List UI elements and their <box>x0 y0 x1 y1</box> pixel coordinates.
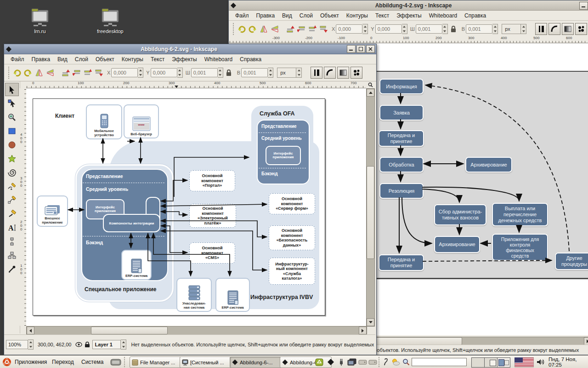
trash-applet-icon[interactable] <box>315 356 323 368</box>
y-spinner[interactable] <box>402 24 407 34</box>
task-abbildung-4[interactable]: Abbildung-4-... <box>280 356 332 368</box>
maximize-button[interactable] <box>356 45 365 53</box>
menu-path[interactable]: Контуры <box>343 12 372 20</box>
vertical-scrollbar[interactable] <box>366 88 375 327</box>
menu-layer[interactable]: Слой <box>296 12 317 20</box>
height-spinner[interactable] <box>268 68 273 78</box>
pattern-toggle-icon[interactable] <box>351 67 362 79</box>
pattern-toggle-icon[interactable] <box>575 23 587 35</box>
places-menu[interactable]: Переход <box>52 356 74 368</box>
connector-tool[interactable] <box>5 235 19 248</box>
workspace-3[interactable] <box>498 358 510 367</box>
menu-text[interactable]: Текст <box>147 55 168 63</box>
menu-edit[interactable]: Правка <box>253 12 279 20</box>
rotate-cw-icon[interactable] <box>23 68 33 78</box>
menu-object[interactable]: Объект <box>317 12 343 20</box>
titlebar[interactable]: Abbildung-4-2.svg - Inkscape <box>229 0 588 11</box>
menu-effects[interactable]: Эффекты <box>393 12 425 20</box>
x-spinner[interactable] <box>138 68 143 78</box>
diagram-tool[interactable] <box>5 248 19 262</box>
minimize-button[interactable] <box>579 2 588 10</box>
system-menu[interactable]: Система <box>81 356 103 368</box>
screenshot-tool-icon[interactable] <box>110 356 121 368</box>
lock-ratio-icon[interactable] <box>224 68 234 78</box>
flip-vertical-icon[interactable] <box>45 68 55 78</box>
search-input[interactable] <box>412 356 467 368</box>
menu-view[interactable]: Вид <box>54 55 71 63</box>
rotate-ccw-icon[interactable] <box>12 68 22 78</box>
units-combo[interactable]: px <box>277 68 302 78</box>
displays-tray-icon[interactable] <box>347 356 356 368</box>
scroll-left-button[interactable] <box>27 327 34 334</box>
stroke-toggle-icon[interactable] <box>311 67 322 79</box>
lower-to-bottom-icon[interactable] <box>318 24 328 34</box>
flip-horizontal-icon[interactable] <box>259 24 269 34</box>
bezier-tool[interactable] <box>5 193 19 207</box>
node-tool[interactable] <box>5 97 19 110</box>
titlebar[interactable]: Abbildung-6-2.svg - Inkscape <box>4 44 376 54</box>
rotate-ccw-icon[interactable] <box>237 24 247 34</box>
scroll-right-button[interactable] <box>359 327 367 334</box>
zoom-entry[interactable]: 100% <box>6 340 28 349</box>
drive-mount-icon[interactable] <box>358 356 367 368</box>
raise-to-top-icon[interactable] <box>61 68 71 78</box>
text-tool[interactable]: A <box>5 221 19 234</box>
canvas-front[interactable]: Клиент Мобильное устройство www Веб-брау… <box>26 88 366 326</box>
flip-horizontal-icon[interactable] <box>34 68 44 78</box>
menu-effects[interactable]: Эффекты <box>168 55 201 63</box>
desktop-icon-freedesktop[interactable]: freedesktop <box>85 6 136 34</box>
power-plug-icon[interactable] <box>338 356 345 368</box>
lower-icon[interactable] <box>72 68 82 78</box>
search-magnifier-icon[interactable] <box>402 356 410 368</box>
width-spinner[interactable] <box>218 68 223 78</box>
spiral-tool[interactable] <box>5 166 19 179</box>
gradient-toggle-icon[interactable] <box>337 67 349 79</box>
corners-toggle-icon[interactable] <box>324 67 336 79</box>
menu-whiteboard[interactable]: Whiteboard <box>201 55 236 63</box>
y-input[interactable]: 0,000 <box>375 24 402 34</box>
menu-file[interactable]: Файл <box>232 12 253 20</box>
zoom-corner-icon[interactable] <box>366 81 374 88</box>
close-button[interactable] <box>366 45 375 53</box>
corners-toggle-icon[interactable] <box>548 23 560 35</box>
keyboard-layout-us-flag[interactable] <box>514 356 534 368</box>
stroke-toggle-icon[interactable] <box>535 23 547 35</box>
rectangle-tool[interactable] <box>5 124 19 138</box>
menu-file[interactable]: Файл <box>7 55 28 63</box>
applications-menu[interactable]: Приложения <box>15 356 47 368</box>
volume-speaker-icon[interactable] <box>537 356 546 368</box>
star-tool[interactable] <box>5 152 19 165</box>
menu-object[interactable]: Объект <box>92 55 118 63</box>
menu-layer[interactable]: Слой <box>71 55 92 63</box>
toolbar-grip[interactable] <box>7 67 10 79</box>
scroll-right-button[interactable] <box>584 337 588 345</box>
layer-selector[interactable]: Layer 1 <box>92 340 121 349</box>
toolbar-grip[interactable] <box>232 23 235 35</box>
flip-vertical-icon[interactable] <box>270 24 280 34</box>
desktop-icon-lrn-ru[interactable]: lrn.ru <box>15 6 65 34</box>
zoom-tool[interactable] <box>5 110 19 124</box>
ellipse-tool[interactable] <box>5 138 19 151</box>
rotate-cw-icon[interactable] <box>248 24 258 34</box>
workspace-2[interactable] <box>485 358 498 367</box>
menu-path[interactable]: Контуры <box>118 55 147 63</box>
menu-view[interactable]: Вид <box>278 12 296 20</box>
menu-help[interactable]: Справка <box>236 55 265 63</box>
horizontal-scrollbar[interactable] <box>26 326 367 335</box>
lower-to-bottom-icon[interactable] <box>94 68 104 78</box>
clock[interactable]: Пнд, 7 Ноя, 07:25 <box>548 356 588 368</box>
raise-icon[interactable] <box>83 68 93 78</box>
height-input[interactable]: 0,001 <box>466 24 492 34</box>
gradient-toggle-icon[interactable] <box>562 23 574 35</box>
y-spinner[interactable] <box>177 68 183 78</box>
task-file-manager[interactable]: File Manager ... <box>130 356 181 368</box>
weather-applet-icon[interactable] <box>390 356 401 368</box>
pencil-tool[interactable] <box>5 179 19 193</box>
menu-help[interactable]: Справка <box>461 12 490 20</box>
units-combo[interactable]: px <box>502 24 526 34</box>
x-spinner[interactable] <box>362 24 368 34</box>
scroll-down-button[interactable] <box>367 318 374 326</box>
height-input[interactable]: 0,001 <box>241 68 268 77</box>
height-spinner[interactable] <box>492 24 498 34</box>
menu-whiteboard[interactable]: Whiteboard <box>425 12 461 20</box>
